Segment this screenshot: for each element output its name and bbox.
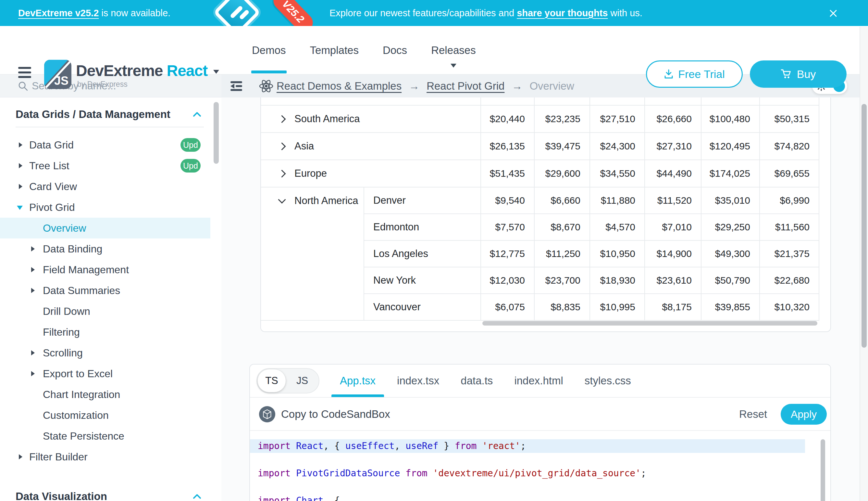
pivot-value-cell: $44,490 [645,160,701,187]
sidebar-item-overview[interactable]: Overview [0,218,210,238]
sidebar-item-data-binding[interactable]: Data Binding [0,238,210,259]
collapse-arrow-icon [19,163,22,168]
sidebar-item-field-management[interactable]: Field Management [0,259,210,280]
sidebar-item-customization[interactable]: Customization [0,405,210,426]
pivot-row-europe: Europe$51,435$29,600$34,550$44,490$174,0… [261,160,819,187]
page: DevExtreme v25.2 is now available. V25.2… [0,0,868,501]
platform-selector[interactable]: React [167,62,208,79]
nav-item-demos[interactable]: Demos [252,26,286,75]
tab-index-tsx[interactable]: index.tsx [397,364,439,397]
breadcrumb-react-pivot-grid[interactable]: React Pivot Grid [427,80,504,92]
tab-data-ts[interactable]: data.ts [461,364,493,397]
sidebar-item-tree-list[interactable]: Tree ListUpd [0,155,210,176]
expand-arrow-icon [17,206,23,210]
pivot-city-los-angeles: Los Angeles [364,241,481,267]
sidebar-item-card-view[interactable]: Card View [0,176,210,197]
apply-button[interactable]: Apply [781,404,827,425]
free-trial-button[interactable]: Free Trial [646,61,743,88]
sidebar-item-data-summaries[interactable]: Data Summaries [0,280,210,301]
expand-chevron-icon [278,142,286,150]
collapse-sidebar-button[interactable] [229,79,244,93]
buy-button[interactable]: Buy [750,61,847,88]
breadcrumb-react-demos-examples[interactable]: React Demos & Examples [277,80,402,92]
sidebar-scrollbar[interactable] [213,102,219,164]
sidebar-nav-items: Data GridUpdTree ListUpdCard ViewPivot G… [0,135,210,467]
sidebar-item-label: Overview [43,222,86,234]
banner-message: Explore our newest features/capabilities… [329,0,642,26]
banner-version-link[interactable]: DevExtreme v25.2 [18,8,99,19]
sidebar-item-label: Data Grid [29,139,74,151]
chevron-up-icon [193,112,201,117]
pivot-value-cell: $50,315 [760,105,819,132]
sidebar-item-drill-down[interactable]: Drill Down [0,301,210,322]
page-scrollbar-thumb[interactable] [861,104,867,348]
pivot-region-label: Europe [294,168,327,179]
code-editor[interactable]: import React, { useEffect, useRef } from… [250,431,830,501]
chevron-down-icon [213,70,219,74]
nav-item-templates[interactable]: Templates [310,26,359,75]
collapse-arrow-icon [31,246,35,252]
pivot-region-north-america[interactable]: North America [261,187,364,320]
code-line: import Chart, { [250,494,830,501]
devextreme-js-logo[interactable]: JS [44,60,72,89]
pivot-value-cell: $29,250 [701,214,760,241]
pivot-value-cell: $29,600 [534,160,590,187]
language-js-option[interactable]: JS [286,369,319,393]
sidebar-section-data-grids[interactable]: Data Grids / Data Management [0,102,210,127]
sidebar-item-label: Drill Down [43,306,90,318]
copy-to-codesandbox-link[interactable]: Copy to CodeSandBox [281,398,390,431]
breadcrumb-overview: Overview [529,80,574,92]
pivot-row-denver: North AmericaDenver$9,540$6,660$11,880$1… [261,187,819,214]
share-your-thoughts-link[interactable]: share your thoughts [517,8,608,19]
pivot-value-cell: $24,300 [590,132,645,160]
pivot-value-cell: $39,855 [701,294,760,320]
sidebar-item-state-persistence[interactable]: State Persistence [0,426,210,446]
tab-index-html[interactable]: index.html [514,364,563,397]
pivot-label-cell [261,97,481,105]
tab-styles-css[interactable]: styles.css [585,364,631,397]
sidebar-item-filtering[interactable]: Filtering [0,322,210,342]
chevron-up-icon [193,494,201,499]
pivot-horizontal-scrollbar[interactable] [482,321,817,326]
language-ts-option[interactable]: TS [258,370,286,392]
pivot-row-south-america: South America$20,440$23,235$27,510$26,66… [261,105,819,132]
hamburger-menu-icon[interactable] [18,67,31,81]
banner-close-button[interactable] [828,8,839,19]
nav-item-releases[interactable]: Releases [431,26,476,75]
sidebar-item-export-to-excel[interactable]: Export to Excel [0,363,210,384]
pivot-value-cell: $6,660 [534,187,590,214]
pivot-value-cell [481,97,534,105]
sidebar-item-label: Export to Excel [43,368,113,380]
nav-item-label: Templates [310,44,359,56]
pivot-city-edmonton: Edmonton [364,214,481,241]
sidebar-item-scrolling[interactable]: Scrolling [0,342,210,363]
sidebar-item-label: Filtering [43,326,80,338]
code-scrollbar[interactable] [821,439,825,501]
pivot-value-cell: $12,030 [481,267,534,294]
pivot-grid[interactable]: South America$20,440$23,235$27,510$26,66… [261,97,819,321]
sidebar-item-chart-integration[interactable]: Chart Integration [0,384,210,405]
reset-button[interactable]: Reset [739,398,767,431]
pivot-value-cell: $6,990 [760,187,819,214]
sidebar-item-filter-builder[interactable]: Filter Builder [0,446,210,467]
pivot-value-cell: $26,135 [481,132,534,160]
sidebar-item-pivot-grid[interactable]: Pivot Grid [0,197,210,218]
pivot-region-label: South America [294,113,360,125]
sidebar-item-label: Data Summaries [43,285,120,297]
pivot-region-south-america[interactable]: South America [261,105,481,132]
sidebar-item-data-grid[interactable]: Data GridUpd [0,135,210,155]
language-toggle[interactable]: TS JS [256,368,319,393]
search-icon [18,81,29,92]
pivot-city-denver: Denver [364,187,481,214]
page-scrollbar-track[interactable] [859,26,868,501]
breadcrumb-separator: → [512,80,522,92]
pivot-region-asia[interactable]: Asia [261,132,481,160]
pivot-region-europe[interactable]: Europe [261,160,481,187]
tab-app-tsx[interactable]: App.tsx [340,364,376,397]
sidebar-section-data-visualization[interactable]: Data Visualization [0,484,210,501]
brand-title[interactable]: DevExtremeReact [76,62,219,79]
pivot-city-new-york: New York [364,267,481,294]
collapse-panel-icon [229,79,244,93]
close-icon [828,9,838,18]
nav-item-docs[interactable]: Docs [383,26,407,75]
